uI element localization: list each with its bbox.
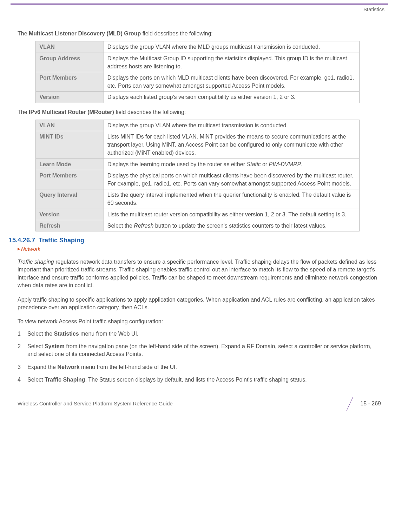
field-label: Port Members	[36, 170, 104, 189]
field-desc: Lists the multicast router version compa…	[104, 209, 359, 220]
section-heading: 15.4.26.7 Traffic Shaping	[9, 237, 377, 244]
page-footer: Wireless Controller and Service Platform…	[0, 397, 395, 411]
field-label: Version	[36, 209, 104, 220]
traffic-shaping-para1: Traffic shaping regulates network data t…	[18, 258, 377, 290]
step-bold: Traffic Shaping	[45, 377, 85, 383]
field-desc: Lists the query interval implemented whe…	[104, 189, 359, 209]
table-row: Version Lists the multicast router versi…	[36, 209, 360, 220]
field-desc: Displays each listed group's version com…	[104, 92, 359, 103]
list-item: Select System from the navigation pane (…	[18, 343, 377, 358]
table-row: Query Interval Lists the query interval …	[36, 189, 360, 209]
table-row: Version Displays each listed group's ver…	[36, 92, 360, 103]
mrouter-intro: The IPv6 Multicast Router (MRouter) fiel…	[18, 108, 377, 116]
field-desc: Displays the physical ports on which mul…	[104, 170, 359, 189]
field-desc: Select the Refresh button to update the …	[104, 220, 359, 231]
network-breadcrumb[interactable]: ▶Network	[18, 246, 377, 252]
list-item: Select Traffic Shaping. The Status scree…	[18, 376, 377, 384]
section-title: Traffic Shaping	[39, 237, 84, 244]
field-desc: Displays the Multicast Group ID supporti…	[104, 53, 359, 72]
traffic-shaping-para2: Apply traffic shaping to specific applic…	[18, 296, 377, 312]
para1-italic: Traffic shaping	[18, 259, 54, 265]
table-row: Refresh Select the Refresh button to upd…	[36, 220, 360, 231]
field-desc: Lists MiNT IDs for each listed VLAN. MiN…	[104, 131, 359, 159]
mld-intro-bold: Multicast Listener Discovery (MLD) Group	[29, 31, 141, 36]
desc-italic2: PIM-DVMRP	[269, 161, 301, 167]
field-label: Learn Mode	[36, 159, 104, 170]
field-label: Query Interval	[36, 189, 104, 209]
step-post: menu from the left-hand side of the UI.	[80, 364, 177, 370]
field-desc: Displays the group VLAN where the MLD gr…	[104, 41, 359, 53]
desc-post: .	[301, 161, 302, 167]
mrouter-intro-suffix: field describes the following:	[114, 109, 186, 115]
step-bold: Statistics	[54, 331, 79, 337]
step-pre: Expand the	[27, 364, 57, 370]
field-label: VLAN	[36, 120, 104, 131]
desc-italic1: Static	[246, 161, 261, 167]
desc-italic1: Refresh	[134, 223, 153, 229]
footer-right: 15 - 269	[343, 397, 381, 411]
desc-mid: or	[261, 161, 269, 167]
traffic-shaping-para3: To view network Access Point traffic sha…	[18, 318, 377, 325]
desc-pre: Select the	[107, 223, 134, 229]
field-label: MiNT IDs	[36, 131, 104, 159]
mld-intro-suffix: field describes the following:	[141, 31, 213, 36]
footer-title: Wireless Controller and Service Platform…	[18, 400, 173, 406]
step-bold: Network	[57, 364, 79, 370]
mrouter-intro-bold: IPv6 Multicast Router (MRouter)	[29, 109, 114, 115]
section-number: 15.4.26.7	[9, 237, 35, 244]
mld-intro: The Multicast Listener Discovery (MLD) G…	[18, 30, 377, 38]
table-row: Port Members Displays the ports on which…	[36, 72, 360, 91]
list-item: Expand the Network menu from the left-ha…	[18, 363, 377, 371]
table-row: MiNT IDs Lists MiNT IDs for each listed …	[36, 131, 360, 159]
field-label: Group Address	[36, 53, 104, 72]
step-pre: Select the	[27, 331, 54, 337]
header-section-name: Statistics	[0, 5, 395, 30]
page-slash-icon	[343, 397, 357, 411]
mld-intro-prefix: The	[18, 31, 29, 36]
step-post: from the navigation pane (on the left-ha…	[27, 343, 371, 357]
page-number: 15 - 269	[360, 400, 381, 407]
field-label: Refresh	[36, 220, 104, 231]
field-desc: Displays the ports on which MLD multicas…	[104, 72, 359, 91]
desc-post: button to update the screen's statistics…	[153, 223, 327, 229]
step-pre: Select	[27, 377, 45, 383]
mrouter-table: VLAN Displays the group VLAN where the m…	[35, 120, 360, 231]
table-row: Group Address Displays the Multicast Gro…	[36, 53, 360, 72]
network-label: Network	[21, 246, 40, 252]
mld-group-table: VLAN Displays the group VLAN where the M…	[35, 41, 360, 103]
field-label: Version	[36, 92, 104, 103]
table-row: Learn Mode Displays the learning mode us…	[36, 159, 360, 170]
field-desc: Displays the group VLAN where the multic…	[104, 120, 359, 131]
field-label: VLAN	[36, 41, 104, 53]
step-pre: Select	[27, 343, 45, 349]
page-content: The Multicast Listener Discovery (MLD) G…	[0, 30, 395, 384]
field-label: Port Members	[36, 72, 104, 91]
mrouter-intro-prefix: The	[18, 109, 29, 115]
step-post: menu from the Web UI.	[79, 331, 139, 337]
table-row: VLAN Displays the group VLAN where the m…	[36, 120, 360, 131]
arrow-icon: ▶	[18, 247, 20, 251]
field-desc: Displays the learning mode used by the r…	[104, 159, 359, 170]
list-item: Select the Statistics menu from the Web …	[18, 330, 377, 338]
step-bold: System	[45, 343, 65, 349]
table-row: VLAN Displays the group VLAN where the M…	[36, 41, 360, 53]
table-row: Port Members Displays the physical ports…	[36, 170, 360, 189]
steps-list: Select the Statistics menu from the Web …	[18, 330, 377, 384]
desc-pre: Displays the learning mode used by the r…	[107, 161, 247, 167]
step-post: . The Status screen displays by default,…	[85, 377, 307, 383]
para1-rest: regulates network data transfers to ensu…	[18, 259, 377, 288]
